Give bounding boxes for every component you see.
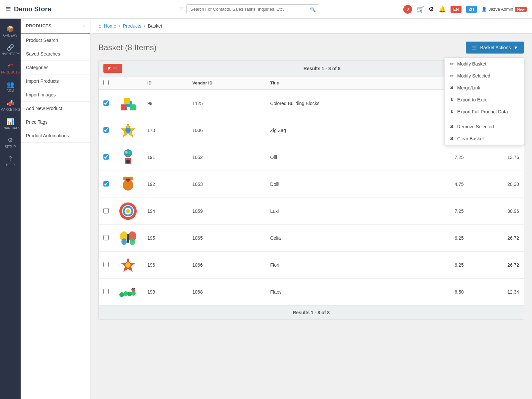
row-checkbox-1[interactable] — [103, 127, 109, 133]
menu-item-product-automations[interactable]: Product Automations — [21, 129, 90, 143]
svg-point-6 — [124, 149, 132, 157]
row-checkbox-6[interactable] — [103, 262, 109, 267]
sidebar-item-products-label: PRODUCTS — [1, 70, 20, 74]
table-row: 198 1068 Flapsi 6.50 12.34 — [99, 279, 524, 306]
row-price-cell: 7.25 — [420, 198, 468, 225]
svg-rect-3 — [124, 98, 130, 104]
sidebar-item-products[interactable]: 🏷 PRODUCTS — [0, 59, 21, 77]
breadcrumb-home-link[interactable]: Home — [104, 23, 116, 29]
product-thumbnail — [118, 201, 138, 221]
row-checkbox-4[interactable] — [103, 208, 109, 213]
breadcrumb-products-link[interactable]: Products — [123, 23, 141, 29]
dropdown-item-modify-selected[interactable]: ✏ Modify Selected — [445, 70, 524, 82]
row-checkbox-2[interactable] — [103, 154, 109, 160]
collapse-icon[interactable]: ‹ — [83, 23, 85, 28]
main-content: ⌂ Home / Products / Basket Basket (8 Ite… — [90, 19, 532, 399]
row-vendor-id-cell: 1006 — [188, 117, 266, 144]
dropdown-item-remove-selected[interactable]: ✖ Remove Selected — [445, 121, 524, 133]
orders-icon: 📦 — [7, 25, 14, 33]
bell-icon[interactable]: 🔔 — [439, 6, 446, 13]
row-id-cell: 198 — [143, 279, 188, 306]
row-price2-cell: 26.72 — [468, 252, 524, 279]
sidebar-item-financials[interactable]: 📊 FINANCIALS — [0, 115, 21, 133]
menu-item-import-products[interactable]: Import Products — [21, 74, 90, 88]
row-title-cell: Flapsi — [266, 279, 420, 306]
row-checkbox-7[interactable] — [103, 289, 109, 294]
dropdown-item-merge-link[interactable]: ✖ Merge/Link — [445, 82, 524, 94]
svg-point-8 — [125, 151, 128, 154]
global-search-bar: 🔍 — [186, 4, 319, 14]
menu-item-import-images[interactable]: Import Images — [21, 88, 90, 102]
breadcrumb-current: Basket — [148, 23, 162, 29]
dropdown-item-export-excel[interactable]: ⬇ Export to Excel — [445, 94, 524, 106]
hamburger-icon[interactable]: ☰ — [5, 6, 11, 13]
row-id-cell: 192 — [143, 171, 188, 198]
sidebar-item-inventory-label: INVENTORY — [1, 52, 20, 56]
row-checkbox-5[interactable] — [103, 235, 109, 240]
row-vendor-id-cell: 1059 — [188, 198, 266, 225]
menu-item-price-tags[interactable]: Price Tags — [21, 115, 90, 129]
global-search-input[interactable] — [187, 5, 307, 14]
cart-icon[interactable]: 🛒 — [417, 6, 424, 13]
row-price-cell: 7.25 — [420, 144, 468, 171]
svg-point-24 — [130, 238, 135, 245]
dropdown-item-export-full[interactable]: ⬇ Export Full Product Data — [445, 106, 524, 118]
menu-item-saved-searches[interactable]: Saved Searches — [21, 47, 90, 61]
toolbar-clear-icon: ✖ — [107, 66, 111, 71]
product-thumbnail — [118, 147, 138, 167]
sidebar-item-setup[interactable]: ⚙ SETUP — [0, 133, 21, 152]
product-thumbnail — [118, 120, 138, 140]
sidebar-item-help[interactable]: ? HELP — [0, 152, 21, 170]
user-section[interactable]: 👤 Jazva Admin New — [481, 7, 527, 12]
dropdown-item-modify-selected-label: Modify Selected — [457, 73, 490, 78]
sidebar-item-financials-label: FINANCIALS — [1, 126, 20, 130]
cart-badge[interactable]: 8 — [403, 5, 412, 14]
dropdown-item-clear-basket[interactable]: ✖ Clear Basket — [445, 133, 524, 145]
svg-point-9 — [128, 151, 131, 154]
product-thumbnail — [118, 174, 138, 194]
row-title-cell: Dolli — [266, 171, 420, 198]
row-vendor-id-cell: 1068 — [188, 279, 266, 306]
dropdown-item-merge-link-label: Merge/Link — [457, 85, 480, 90]
dropdown-item-modify-basket[interactable]: ✏ Modify Basket — [445, 58, 524, 70]
table-row: 194 1059 Luxi 7.25 30.96 — [99, 198, 524, 225]
settings-icon[interactable]: ⚙ — [429, 6, 434, 13]
row-img-cell — [113, 252, 143, 279]
product-thumbnail — [118, 93, 138, 113]
clear-basket-icon: ✖ — [450, 136, 454, 141]
row-checkbox-0[interactable] — [103, 100, 109, 106]
row-checkbox-3[interactable] — [103, 181, 109, 187]
svg-point-34 — [134, 288, 135, 289]
row-price2-cell: 30.96 — [468, 198, 524, 225]
row-id-cell: 196 — [143, 252, 188, 279]
lang-zh-button[interactable]: ZH — [466, 6, 477, 13]
sidebar-item-marketing[interactable]: 📣 MARKETING — [0, 96, 21, 115]
row-img-cell — [113, 279, 143, 306]
basket-actions-button[interactable]: 🛒 Basket Actions ▼ — [466, 42, 524, 54]
app-body: 📦 ORDERS 🔗 INVENTORY 🏷 PRODUCTS 👥 CRM 📣 … — [0, 19, 532, 399]
search-icon[interactable]: 🔍 — [307, 5, 319, 14]
sidebar-item-inventory[interactable]: 🔗 INVENTORY — [0, 41, 21, 59]
select-all-checkbox[interactable] — [103, 80, 109, 85]
row-id-cell: 191 — [143, 144, 188, 171]
menu-item-product-search[interactable]: Product Search — [21, 34, 90, 47]
svg-point-33 — [132, 288, 133, 289]
row-vendor-id-cell: 1066 — [188, 252, 266, 279]
row-price-cell: 6.25 — [420, 252, 468, 279]
help-nav-icon: ? — [9, 155, 12, 162]
store-name: Demo Store — [14, 5, 51, 13]
user-avatar-icon: 👤 — [481, 7, 487, 12]
svg-point-10 — [126, 160, 130, 164]
header-id-col: ID — [143, 76, 188, 90]
sidebar-item-orders[interactable]: 📦 ORDERS — [0, 22, 21, 41]
sidebar-item-crm[interactable]: 👥 CRM — [0, 77, 21, 96]
lang-en-button[interactable]: EN — [451, 6, 462, 13]
menu-item-add-new-product[interactable]: Add New Product — [21, 102, 90, 115]
menu-item-categories[interactable]: Categories — [21, 61, 90, 74]
basket-actions-dropdown: ✏ Modify Basket ✏ Modify Selected ✖ Merg… — [444, 58, 524, 145]
table-row: 191 1052 Olli 7.25 13.76 — [99, 144, 524, 171]
basket-btn-arrow: ▼ — [513, 45, 518, 50]
clear-basket-toolbar-btn[interactable]: ✖ 🛒 — [103, 64, 122, 73]
row-checkbox-cell — [99, 144, 113, 171]
help-icon[interactable]: ? — [179, 6, 183, 13]
